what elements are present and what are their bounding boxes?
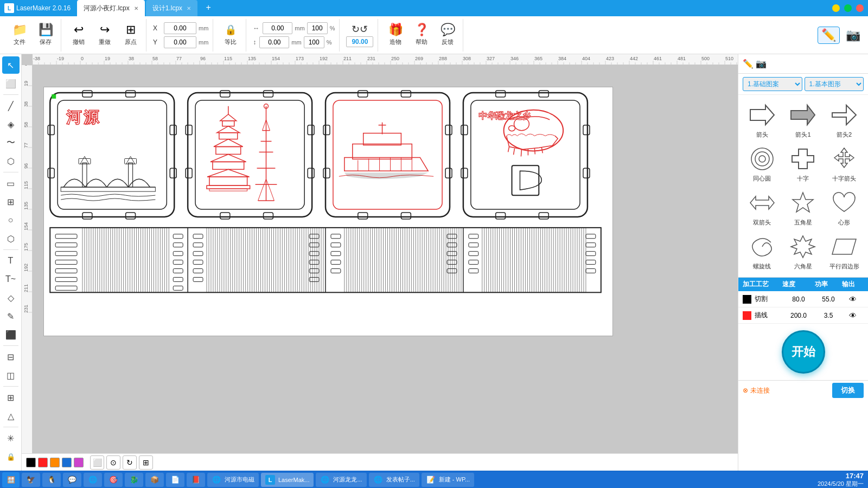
- lock-ratio-button[interactable]: 🔒 等比: [220, 22, 241, 48]
- save-button[interactable]: 💾 保存: [35, 22, 56, 48]
- text-path-tool[interactable]: T~: [2, 271, 20, 288]
- angle-control[interactable]: ↻↺ 90.00: [346, 23, 373, 47]
- select-rect-tool[interactable]: ⬜: [90, 455, 104, 470]
- start-button[interactable]: 开始: [782, 330, 825, 374]
- category2-select[interactable]: 1.基本图形: [805, 77, 864, 91]
- maximize-button[interactable]: [844, 4, 852, 12]
- eraser-tool[interactable]: ◇: [2, 289, 20, 306]
- design-mode-button[interactable]: ✏️: [818, 27, 840, 44]
- save-icon: 💾: [39, 24, 53, 36]
- svg-rect-8: [170, 125, 176, 135]
- height-input[interactable]: [259, 36, 289, 48]
- path-tool[interactable]: △: [2, 407, 20, 425]
- rect-tool[interactable]: ▭: [2, 175, 20, 192]
- taskbar-app-2[interactable]: 🐧: [42, 473, 61, 487]
- grid-tool[interactable]: ⊞: [2, 193, 20, 210]
- undo-button[interactable]: ↩ 撤销: [68, 22, 90, 48]
- taskbar-app-6[interactable]: 🐉: [125, 473, 143, 487]
- redo-button[interactable]: ↪ 重做: [94, 22, 116, 48]
- minimize-button[interactable]: [832, 4, 840, 12]
- shape-star6[interactable]: 六角星: [784, 231, 823, 273]
- rotate-tool[interactable]: ↻: [123, 455, 137, 470]
- shape-parallelogram[interactable]: 平行四边形: [825, 231, 864, 273]
- category1-select[interactable]: 1.基础图案: [743, 77, 802, 91]
- taskbar-app-1[interactable]: 🦅: [22, 473, 40, 487]
- engrave-eye[interactable]: 👁: [842, 311, 864, 320]
- text-tool[interactable]: T: [2, 252, 20, 269]
- tab-add-button[interactable]: +: [201, 0, 216, 15]
- svg-rect-155: [193, 260, 203, 265]
- tab-file2-close[interactable]: ✕: [187, 5, 191, 11]
- feedback-button[interactable]: 💬 反馈: [437, 22, 458, 48]
- taskbar-app-11[interactable]: 🌐 河源龙龙...: [316, 473, 366, 487]
- canvas-inner[interactable]: 河源: [33, 65, 738, 471]
- scatter-tool[interactable]: ✳: [2, 429, 20, 447]
- process-row-engrave[interactable]: 描线 200.0 3.5 👁: [738, 307, 868, 324]
- taskbar-app-9[interactable]: 📕: [187, 473, 205, 487]
- color-purple[interactable]: [74, 458, 84, 467]
- cut-switch-button[interactable]: 切换: [832, 383, 864, 398]
- process-row-cut[interactable]: 切割 80.0 55.0 👁: [738, 291, 868, 307]
- shape-heart[interactable]: 心形: [825, 187, 864, 229]
- taskbar-app-5[interactable]: 🎯: [104, 473, 123, 487]
- origin-button[interactable]: ⊞ 原点: [120, 22, 142, 48]
- taskbar-app-4[interactable]: 🌐: [84, 473, 102, 487]
- design-svg[interactable]: 河源: [43, 87, 613, 336]
- taskbar-start-button[interactable]: 🪟: [2, 472, 20, 487]
- width-input[interactable]: [263, 22, 292, 34]
- taskbar-app-3[interactable]: 💬: [63, 473, 81, 487]
- curve-tool[interactable]: 〜: [2, 134, 20, 151]
- taskbar-app-lasermaker[interactable]: L LaserMak...: [261, 473, 314, 487]
- pencil-tool[interactable]: ✎: [2, 307, 20, 325]
- help-button[interactable]: ❓ 帮助: [411, 22, 432, 48]
- close-button[interactable]: [856, 4, 864, 12]
- shape-concentric[interactable]: 同心圆: [743, 143, 782, 185]
- shape-arrow[interactable]: 箭头: [743, 99, 782, 141]
- shape-arrow2[interactable]: 箭头2: [825, 99, 864, 141]
- color-blue[interactable]: [62, 458, 72, 467]
- grid-view-tool[interactable]: ⊞: [139, 455, 153, 470]
- x-input[interactable]: [164, 22, 196, 34]
- taskbar-app-12[interactable]: 🌐 发表帖子...: [369, 473, 419, 487]
- shape-cross[interactable]: 十字: [784, 143, 823, 185]
- circle-tool[interactable]: ○: [2, 211, 20, 229]
- lasso-tool[interactable]: ⊙: [106, 455, 120, 470]
- shape-spiral[interactable]: 螺旋线: [743, 231, 782, 273]
- panel3: [323, 91, 452, 219]
- canvas-area[interactable]: 河源: [22, 54, 738, 471]
- crop-tool[interactable]: ⬜: [2, 75, 20, 92]
- shape-arrow1[interactable]: 箭头1: [784, 99, 823, 141]
- tab-file1[interactable]: 河源小夜灯.lcpx ✕: [77, 0, 145, 16]
- y-input[interactable]: [164, 36, 196, 48]
- shape-star5[interactable]: 五角星: [784, 187, 823, 229]
- cut-eye[interactable]: 👁: [842, 295, 864, 304]
- svg-rect-75: [539, 91, 548, 97]
- cut-power: 55.0: [815, 296, 842, 303]
- line-tool[interactable]: ╱: [2, 97, 20, 114]
- layer-tool[interactable]: ◫: [2, 367, 20, 384]
- height-pct-input[interactable]: [304, 36, 324, 48]
- taskbar-app-13[interactable]: 📝 新建 - WP...: [422, 473, 474, 487]
- polygon-tool[interactable]: ⬡: [2, 230, 20, 247]
- taskbar-app-7[interactable]: 📦: [145, 473, 164, 487]
- color-orange[interactable]: [50, 458, 60, 467]
- lock-layer-btn[interactable]: 🔒: [2, 448, 20, 465]
- fill-tool[interactable]: ⬛: [2, 326, 20, 343]
- camera-button[interactable]: 📷: [842, 27, 864, 43]
- select-tool[interactable]: ↖: [2, 56, 20, 74]
- shape-doublearrow[interactable]: 双箭头: [743, 187, 782, 229]
- tab-file2[interactable]: 设计1.lcpx ✕: [146, 0, 197, 16]
- taskbar-app-8[interactable]: 📄: [166, 473, 184, 487]
- arrange-tool[interactable]: ⊟: [2, 348, 20, 365]
- table-tool[interactable]: ⊞: [2, 389, 20, 406]
- mask-tool[interactable]: ⬡: [2, 152, 20, 170]
- shape-crossarrow[interactable]: 十字箭头: [825, 143, 864, 185]
- color-red[interactable]: [38, 458, 48, 467]
- node-tool[interactable]: ◈: [2, 115, 20, 133]
- tab-file1-close[interactable]: ✕: [134, 5, 138, 11]
- file-button[interactable]: 📁 文件: [9, 22, 30, 48]
- color-black[interactable]: [26, 458, 36, 467]
- taskbar-app-10[interactable]: 🌐 河源市电磁: [207, 473, 259, 487]
- creature-button[interactable]: 🎁 造物: [385, 22, 406, 48]
- width-pct-input[interactable]: [307, 22, 328, 34]
